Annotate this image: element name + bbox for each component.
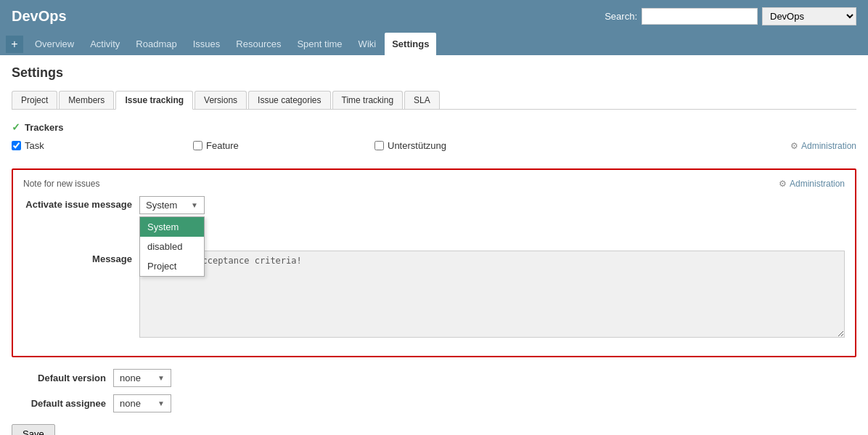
tab-sla[interactable]: SLA: [404, 91, 440, 109]
note-box: Note for new issues ⚙ Administration Act…: [12, 168, 856, 357]
navbar: + Overview Activity Roadmap Issues Resou…: [0, 33, 868, 55]
default-assignee-row: Default assignee none ▼: [12, 394, 856, 412]
note-box-gear-icon: ⚙: [779, 179, 787, 189]
message-label: Message: [23, 251, 139, 264]
default-assignee-select[interactable]: none ▼: [113, 394, 171, 412]
default-assignee-label: Default assignee: [12, 398, 113, 409]
nav-issues[interactable]: Issues: [186, 33, 228, 55]
note-box-admin-label: Administration: [790, 179, 845, 189]
nav-wiki[interactable]: Wiki: [351, 33, 384, 55]
trackers-row: Task Feature Unterstützung ⚙ Administrat…: [12, 140, 856, 158]
page-content: Settings Project Members Issue tracking …: [0, 55, 868, 435]
app-title: DevOps: [12, 8, 67, 25]
trackers-label: Trackers: [25, 122, 64, 133]
tracker-unterstutzung: Unterstützung: [374, 140, 556, 151]
default-version-row: Default version none ▼: [12, 369, 856, 387]
tracker-unterstutzung-label: Unterstützung: [388, 140, 446, 151]
activate-dropdown-trigger[interactable]: System ▼: [139, 196, 205, 214]
message-textarea[interactable]: [139, 251, 845, 338]
default-version-label: Default version: [12, 373, 113, 383]
nav-activity[interactable]: Activity: [83, 33, 127, 55]
nav-overview[interactable]: Overview: [28, 33, 81, 55]
trackers-checkmark: ✓: [12, 121, 20, 133]
tracker-feature-checkbox[interactable]: [193, 141, 202, 150]
tab-versions[interactable]: Versions: [195, 91, 247, 109]
activate-label: Activate issue message: [23, 196, 139, 210]
dropdown-option-disabled[interactable]: disabled: [140, 237, 204, 256]
search-area: Search: DevOps: [605, 7, 856, 25]
tracker-feature: Feature: [193, 140, 374, 151]
trackers-admin-link[interactable]: ⚙ Administration: [790, 141, 856, 151]
nav-settings[interactable]: Settings: [385, 33, 436, 55]
tracker-feature-label: Feature: [206, 140, 239, 151]
default-version-select[interactable]: none ▼: [113, 369, 171, 387]
activate-dropdown-menu: System disabled Project: [139, 216, 205, 277]
trackers-gear-icon: ⚙: [790, 141, 798, 151]
project-select[interactable]: DevOps: [762, 7, 856, 25]
plus-button[interactable]: +: [6, 36, 23, 53]
dropdown-arrow-icon: ▼: [191, 201, 198, 209]
default-assignee-value: none: [120, 398, 141, 409]
search-label: Search:: [605, 11, 637, 22]
nav-resources[interactable]: Resources: [229, 33, 288, 55]
nav-roadmap[interactable]: Roadmap: [128, 33, 184, 55]
note-box-admin-link[interactable]: ⚙ Administration: [779, 179, 845, 189]
tracker-items-group: Task Feature Unterstützung: [12, 140, 790, 151]
dropdown-option-project[interactable]: Project: [140, 256, 204, 276]
tracker-task: Task: [12, 140, 193, 151]
default-assignee-arrow: ▼: [157, 399, 165, 407]
default-version-value: none: [120, 373, 141, 383]
message-control-wrap: [139, 251, 845, 340]
dropdown-wrap: System ▼ System disabled Project: [139, 196, 845, 214]
header: DevOps Search: DevOps: [0, 0, 868, 33]
search-input[interactable]: [642, 8, 758, 25]
tracker-task-label: Task: [25, 140, 44, 151]
dropdown-option-system[interactable]: System: [140, 217, 204, 237]
tab-project[interactable]: Project: [12, 91, 57, 109]
settings-tabs: Project Members Issue tracking Versions …: [12, 91, 856, 110]
note-box-title: Note for new issues: [23, 179, 845, 189]
activate-message-row: Activate issue message System ▼ System d…: [23, 196, 845, 214]
tab-issue-tracking[interactable]: Issue tracking: [115, 91, 193, 110]
tab-time-tracking[interactable]: Time tracking: [332, 91, 404, 109]
default-version-arrow: ▼: [157, 374, 165, 382]
save-button[interactable]: Save: [12, 424, 55, 435]
nav-spent-time[interactable]: Spent time: [290, 33, 349, 55]
tracker-task-checkbox[interactable]: [12, 141, 21, 150]
trackers-section-header: ✓ Trackers: [12, 121, 856, 133]
dropdown-selected-value: System: [146, 200, 177, 211]
tab-issue-categories[interactable]: Issue categories: [248, 91, 330, 109]
tracker-unterstutzung-checkbox[interactable]: [374, 141, 384, 150]
tab-members[interactable]: Members: [59, 91, 114, 109]
page-title: Settings: [12, 65, 856, 81]
trackers-admin-label: Administration: [801, 141, 856, 151]
